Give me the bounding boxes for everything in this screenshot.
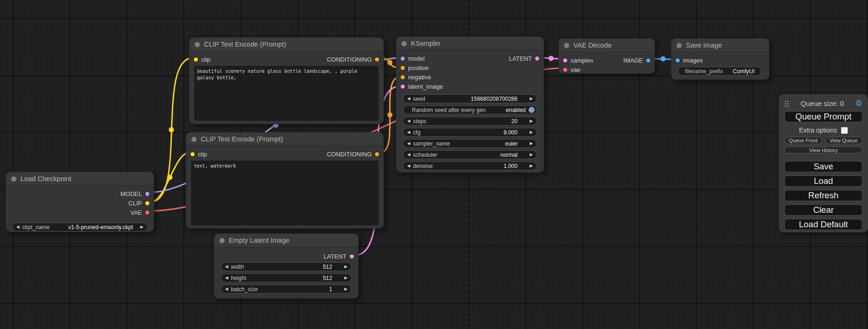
widget-seed[interactable]: ◀ seed 156680208700286 ▶ bbox=[403, 94, 537, 103]
output-label-latent: LATENT bbox=[324, 253, 346, 260]
widget-sampler-name[interactable]: ◀ sampler_name euler ▶ bbox=[403, 139, 537, 148]
extra-options-checkbox[interactable] bbox=[841, 127, 848, 134]
load-button[interactable]: Load bbox=[784, 175, 862, 187]
input-port-samples[interactable] bbox=[563, 58, 567, 63]
node-header[interactable]: Empty Latent Image bbox=[214, 234, 358, 247]
widget-value: v1-5-pruned-emaonly.ckpt bbox=[68, 224, 133, 231]
output-label-vae: VAE bbox=[130, 209, 142, 216]
output-port-model[interactable] bbox=[145, 192, 149, 196]
node-header[interactable]: VAE Decode bbox=[559, 39, 655, 52]
increment-arrow-icon[interactable]: ▶ bbox=[529, 164, 533, 168]
widget-value: 156680208700286 bbox=[471, 96, 517, 102]
widget-height[interactable]: ◀ height 512 ▶ bbox=[221, 273, 352, 282]
widget-width[interactable]: ◀ width 512 ▶ bbox=[221, 262, 352, 271]
decrement-arrow-icon[interactable]: ◀ bbox=[407, 130, 410, 134]
view-queue-button[interactable]: View Queue bbox=[825, 137, 863, 144]
output-port-latent[interactable] bbox=[350, 254, 354, 259]
widget-ckpt-name[interactable]: ◀ ckpt_name v1-5-pruned-emaonly.ckpt ▶ bbox=[12, 223, 148, 231]
node-ksampler[interactable]: KSampler model LATENT positive negative … bbox=[396, 36, 544, 173]
increment-arrow-icon[interactable]: ▶ bbox=[529, 97, 533, 101]
input-port-clip[interactable] bbox=[194, 57, 198, 62]
decrement-arrow-icon[interactable]: ◀ bbox=[225, 265, 228, 269]
increment-arrow-icon[interactable]: ▶ bbox=[529, 141, 533, 146]
widget-label: denoise bbox=[413, 163, 433, 169]
widget-batch-size[interactable]: ◀ batch_size 1 ▶ bbox=[221, 285, 352, 294]
widget-filename-prefix[interactable]: filename_prefix ComfyUI bbox=[678, 67, 762, 76]
widget-label: width bbox=[231, 264, 244, 270]
collapse-dot-icon[interactable] bbox=[11, 176, 16, 182]
output-port-clip[interactable] bbox=[145, 201, 149, 205]
increment-arrow-icon[interactable]: ▶ bbox=[529, 130, 533, 134]
load-default-button[interactable]: Load Default bbox=[784, 219, 862, 230]
increment-arrow-icon[interactable]: ▶ bbox=[344, 276, 347, 280]
input-port-negative[interactable] bbox=[401, 75, 405, 79]
node-load-checkpoint[interactable]: Load Checkpoint MODEL CLIP VAE ◀ ckpt_na… bbox=[6, 172, 154, 232]
widget-random-seed-toggle[interactable]: Random seed after every gen enabled bbox=[403, 105, 537, 114]
decrement-arrow-icon[interactable]: ◀ bbox=[225, 276, 228, 280]
collapse-dot-icon[interactable] bbox=[191, 137, 197, 142]
decrement-arrow-icon[interactable]: ◀ bbox=[407, 97, 410, 101]
node-header[interactable]: KSampler bbox=[396, 37, 543, 50]
node-header[interactable]: Load Checkpoint bbox=[6, 172, 154, 186]
decrement-arrow-icon[interactable]: ◀ bbox=[407, 119, 410, 123]
output-port-latent[interactable] bbox=[535, 56, 539, 61]
increment-arrow-icon[interactable]: ▶ bbox=[140, 225, 143, 229]
widget-label: cfg bbox=[413, 129, 421, 136]
output-label-conditioning: CONDITIONING bbox=[327, 151, 372, 158]
increment-arrow-icon[interactable]: ▶ bbox=[529, 153, 533, 157]
node-header[interactable]: Save Image bbox=[671, 39, 769, 52]
increment-arrow-icon[interactable]: ▶ bbox=[529, 119, 533, 123]
queue-front-button[interactable]: Queue Front bbox=[784, 137, 822, 144]
input-port-clip[interactable] bbox=[191, 152, 195, 156]
collapse-dot-icon[interactable] bbox=[195, 42, 200, 47]
input-label-vae: vae bbox=[571, 66, 580, 73]
clear-button[interactable]: Clear bbox=[784, 204, 862, 216]
collapse-dot-icon[interactable] bbox=[402, 41, 407, 46]
increment-arrow-icon[interactable]: ▶ bbox=[344, 265, 347, 269]
output-port-vae[interactable] bbox=[145, 210, 149, 215]
node-header[interactable]: CLIP Text Encode (Prompt) bbox=[190, 38, 383, 51]
comfyui-canvas[interactable]: { "colors":{ "model":"#b49be0","clip":"#… bbox=[0, 0, 868, 329]
widget-label: height bbox=[231, 275, 247, 281]
node-empty-latent-image[interactable]: Empty Latent Image LATENT ◀ width 512 ▶ … bbox=[214, 233, 359, 299]
gear-icon[interactable]: ⚙ bbox=[855, 99, 862, 107]
widget-value: 1.000 bbox=[503, 163, 517, 169]
decrement-arrow-icon[interactable]: ◀ bbox=[407, 141, 410, 146]
output-port-conditioning[interactable] bbox=[375, 57, 379, 62]
drag-handle-icon[interactable] bbox=[784, 100, 789, 107]
save-button[interactable]: Save bbox=[784, 161, 862, 172]
decrement-arrow-icon[interactable]: ◀ bbox=[225, 287, 228, 291]
node-clip-text-encode-positive[interactable]: CLIP Text Encode (Prompt) clip CONDITION… bbox=[189, 37, 384, 124]
refresh-button[interactable]: Refresh bbox=[784, 190, 862, 201]
output-port-conditioning[interactable] bbox=[375, 152, 379, 156]
collapse-dot-icon[interactable] bbox=[677, 43, 682, 48]
node-clip-text-encode-negative[interactable]: CLIP Text Encode (Prompt) clip CONDITION… bbox=[186, 132, 384, 229]
queue-prompt-button[interactable]: Queue Prompt bbox=[784, 111, 862, 122]
input-port-images[interactable] bbox=[676, 58, 680, 63]
view-history-button[interactable]: View History bbox=[784, 147, 862, 154]
prompt-textarea[interactable]: text, watermark bbox=[191, 161, 379, 225]
toggle-knob-icon[interactable] bbox=[529, 107, 535, 113]
prompt-textarea[interactable]: beautiful scenery nature glass bottle la… bbox=[194, 66, 379, 121]
queue-panel[interactable]: Queue size: 0 ⚙ Queue Prompt Extra optio… bbox=[779, 94, 868, 232]
input-port-vae[interactable] bbox=[563, 68, 567, 72]
collapse-dot-icon[interactable] bbox=[219, 238, 225, 243]
output-port-image[interactable] bbox=[646, 58, 650, 63]
decrement-arrow-icon[interactable]: ◀ bbox=[407, 164, 410, 168]
input-label-clip: clip bbox=[198, 151, 207, 158]
widget-cfg[interactable]: ◀ cfg 8.000 ▶ bbox=[403, 128, 537, 137]
input-port-positive[interactable] bbox=[401, 66, 405, 70]
widget-denoise[interactable]: ◀ denoise 1.000 ▶ bbox=[403, 161, 537, 170]
input-port-model[interactable] bbox=[401, 56, 405, 61]
increment-arrow-icon[interactable]: ▶ bbox=[344, 287, 347, 291]
input-port-latent-image[interactable] bbox=[401, 84, 405, 89]
widget-steps[interactable]: ◀ steps 20 ▶ bbox=[403, 117, 537, 126]
node-header[interactable]: CLIP Text Encode (Prompt) bbox=[186, 133, 383, 146]
decrement-arrow-icon[interactable]: ◀ bbox=[16, 225, 20, 229]
node-vae-decode[interactable]: VAE Decode samples IMAGE vae bbox=[558, 38, 655, 74]
node-save-image[interactable]: Save Image images filename_prefix ComfyU… bbox=[671, 38, 769, 80]
decrement-arrow-icon[interactable]: ◀ bbox=[407, 153, 410, 157]
widget-scheduler[interactable]: ◀ scheduler normal ▶ bbox=[403, 150, 537, 159]
collapse-dot-icon[interactable] bbox=[564, 43, 569, 48]
widget-value: 8.000 bbox=[503, 129, 517, 136]
